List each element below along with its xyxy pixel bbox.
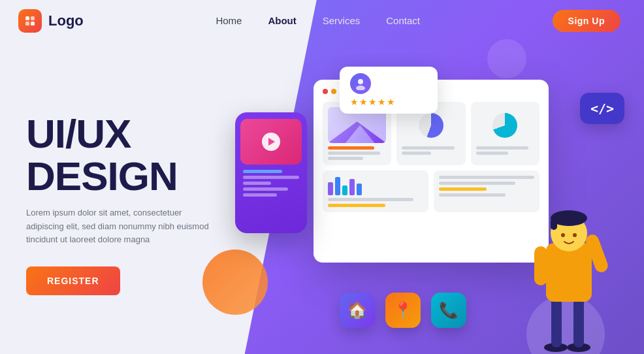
logo-icon [18, 9, 42, 33]
logo-area: Logo [18, 9, 84, 33]
line-gray-10 [439, 193, 506, 197]
ui-card-lines-3 [476, 146, 534, 155]
bar-1 [328, 182, 333, 195]
svg-point-16 [561, 233, 565, 237]
line-gray-5 [476, 146, 528, 150]
hero-illustration: ★★★★★ [248, 60, 618, 347]
phone-mockup [235, 112, 307, 233]
svg-rect-1 [31, 16, 35, 20]
hero-title-line2: DESIGN [26, 153, 178, 199]
svg-rect-0 [25, 16, 29, 20]
line-gray-4 [402, 152, 431, 155]
ui-card-3 [471, 102, 539, 165]
hero-title: UI/UX DESIGN [26, 112, 248, 197]
phone-content-lines [240, 170, 302, 197]
line-gray-7 [328, 198, 413, 201]
nav-services[interactable]: Services [323, 15, 361, 27]
hero-section: UI/UX DESIGN Lorem ipsum dolor sit amet,… [0, 42, 644, 353]
bar-2 [335, 177, 340, 195]
home-icon-bubble[interactable]: 🏠 [340, 293, 375, 328]
play-button[interactable] [262, 133, 280, 151]
line-gray-1 [328, 152, 380, 155]
logo-text: Logo [48, 12, 84, 29]
navbar: Logo Home About Services Contact Sign Up [0, 0, 644, 42]
review-user [350, 73, 427, 94]
nav-contact[interactable]: Contact [386, 15, 420, 27]
phone-video [240, 119, 302, 165]
bar-5 [357, 184, 362, 195]
review-card: ★★★★★ [340, 67, 438, 114]
ui-card-lines-2 [402, 146, 460, 155]
svg-point-4 [358, 79, 363, 84]
register-button[interactable]: REGISTER [26, 266, 120, 295]
window-bottom-row [323, 170, 539, 212]
phone-icon-bubble[interactable]: 📞 [431, 293, 466, 328]
hero-title-line1: UI/UX [26, 111, 131, 156]
svg-rect-11 [534, 246, 547, 285]
svg-rect-3 [31, 22, 35, 25]
review-avatar [350, 73, 371, 94]
ui-card-wide-1 [323, 170, 428, 212]
ui-card-lines-1 [328, 146, 386, 160]
pie-chart-2 [492, 113, 517, 138]
hero-left: UI/UX DESIGN Lorem ipsum dolor sit amet,… [26, 112, 248, 296]
nav-services-link[interactable]: Services [323, 15, 361, 26]
svg-rect-8 [551, 295, 562, 347]
code-badge: </> [580, 93, 624, 124]
line-gray-6 [476, 152, 508, 155]
nav-about[interactable]: About [268, 15, 296, 27]
nav-contact-link[interactable]: Contact [386, 15, 420, 26]
location-icon-bubble[interactable]: 📍 [385, 293, 421, 328]
bar-4 [349, 179, 355, 195]
ui-card-wide-2 [434, 170, 539, 212]
line-gray-3 [402, 146, 454, 150]
nav-home-link[interactable]: Home [216, 15, 242, 26]
person-illustration [526, 165, 605, 347]
bottom-icons: 🏠 📍 📞 [340, 293, 466, 328]
nav-links: Home About Services Contact [216, 15, 420, 27]
bar-3 [342, 185, 347, 195]
location-icon: 📍 [393, 301, 413, 319]
svg-point-5 [356, 86, 365, 90]
phone-line-accent [243, 170, 282, 173]
play-icon [268, 138, 275, 146]
signup-button[interactable]: Sign Up [553, 10, 620, 32]
pie-chart-1 [419, 113, 443, 138]
nav-about-link[interactable]: About [268, 15, 296, 26]
line-gray-8 [439, 176, 534, 179]
svg-rect-9 [573, 295, 584, 347]
line-gray-2 [328, 157, 363, 160]
bar-chart-1 [328, 176, 423, 195]
line-gray-9 [439, 182, 515, 185]
svg-point-17 [573, 233, 577, 237]
nav-home[interactable]: Home [216, 15, 242, 27]
phone-line-1 [243, 176, 299, 179]
ui-card-circle-2 [476, 107, 534, 143]
phone-icon: 📞 [439, 301, 459, 319]
phone-line-4 [243, 193, 277, 197]
line-orange-1 [328, 146, 374, 150]
phone-line-3 [243, 187, 288, 191]
dot-red [323, 89, 328, 94]
hero-description: Lorem ipsum dolor sit amet, consectetuer… [26, 206, 209, 247]
svg-rect-15 [551, 218, 557, 230]
review-stars: ★★★★★ [350, 97, 427, 107]
phone-line-2 [243, 182, 271, 185]
home-icon: 🏠 [347, 301, 367, 319]
line-yellow [328, 204, 385, 207]
svg-rect-2 [25, 22, 29, 25]
dot-yellow [331, 89, 336, 94]
svg-rect-10 [546, 243, 592, 302]
line-yellow-2 [439, 187, 487, 191]
